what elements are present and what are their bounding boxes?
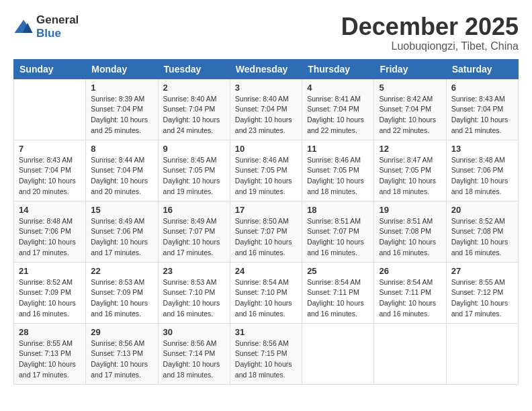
calendar-day-cell: 28Sunrise: 8:55 AMSunset: 7:13 PMDayligh… — [14, 323, 86, 384]
day-info: Sunrise: 8:56 AMSunset: 7:15 PMDaylight:… — [235, 338, 297, 381]
day-number: 30 — [163, 327, 225, 337]
calendar-day-cell: 15Sunrise: 8:49 AMSunset: 7:06 PMDayligh… — [86, 201, 158, 262]
day-number: 22 — [91, 266, 152, 276]
day-number: 6 — [451, 83, 513, 93]
day-info: Sunrise: 8:56 AMSunset: 7:14 PMDaylight:… — [163, 338, 225, 381]
calendar-week-row: 28Sunrise: 8:55 AMSunset: 7:13 PMDayligh… — [14, 323, 519, 384]
calendar-day-cell: 7Sunrise: 8:43 AMSunset: 7:04 PMDaylight… — [14, 140, 86, 201]
weekday-header: Monday — [86, 59, 158, 79]
calendar-header-row: SundayMondayTuesdayWednesdayThursdayFrid… — [14, 59, 519, 79]
title-section: December 2025 Luobuqiongzi, Tibet, China — [341, 13, 519, 52]
day-info: Sunrise: 8:50 AMSunset: 7:07 PMDaylight:… — [235, 216, 297, 259]
calendar-day-cell — [14, 79, 86, 140]
day-info: Sunrise: 8:42 AMSunset: 7:04 PMDaylight:… — [379, 94, 441, 136]
calendar-day-cell: 1Sunrise: 8:39 AMSunset: 7:04 PMDaylight… — [86, 79, 158, 140]
calendar-day-cell: 8Sunrise: 8:44 AMSunset: 7:04 PMDaylight… — [86, 140, 158, 201]
calendar-day-cell: 14Sunrise: 8:48 AMSunset: 7:06 PMDayligh… — [14, 201, 86, 262]
day-number: 7 — [19, 144, 81, 154]
calendar-day-cell: 6Sunrise: 8:43 AMSunset: 7:04 PMDaylight… — [446, 79, 518, 140]
weekday-header: Wednesday — [230, 59, 302, 79]
day-number: 23 — [163, 266, 225, 276]
day-number: 1 — [91, 83, 152, 93]
day-info: Sunrise: 8:54 AMSunset: 7:10 PMDaylight:… — [235, 277, 297, 320]
day-number: 9 — [163, 144, 225, 154]
calendar-day-cell: 23Sunrise: 8:53 AMSunset: 7:10 PMDayligh… — [158, 262, 230, 323]
day-info: Sunrise: 8:53 AMSunset: 7:10 PMDaylight:… — [163, 277, 225, 320]
day-number: 31 — [235, 327, 297, 337]
day-info: Sunrise: 8:44 AMSunset: 7:04 PMDaylight:… — [91, 155, 152, 197]
calendar-day-cell: 9Sunrise: 8:45 AMSunset: 7:05 PMDaylight… — [158, 140, 230, 201]
calendar-day-cell: 27Sunrise: 8:55 AMSunset: 7:12 PMDayligh… — [446, 262, 518, 323]
calendar-day-cell: 2Sunrise: 8:40 AMSunset: 7:04 PMDaylight… — [158, 79, 230, 140]
calendar-day-cell: 30Sunrise: 8:56 AMSunset: 7:14 PMDayligh… — [158, 323, 230, 384]
day-info: Sunrise: 8:46 AMSunset: 7:05 PMDaylight:… — [307, 155, 369, 197]
calendar-day-cell: 3Sunrise: 8:40 AMSunset: 7:04 PMDaylight… — [230, 79, 302, 140]
day-number: 27 — [451, 266, 513, 276]
day-info: Sunrise: 8:53 AMSunset: 7:09 PMDaylight:… — [91, 277, 152, 320]
logo-icon — [13, 19, 34, 35]
day-info: Sunrise: 8:51 AMSunset: 7:07 PMDaylight:… — [307, 216, 369, 259]
day-info: Sunrise: 8:46 AMSunset: 7:05 PMDaylight:… — [235, 155, 297, 197]
day-info: Sunrise: 8:49 AMSunset: 7:07 PMDaylight:… — [163, 216, 225, 259]
calendar-day-cell: 29Sunrise: 8:56 AMSunset: 7:13 PMDayligh… — [86, 323, 158, 384]
day-info: Sunrise: 8:51 AMSunset: 7:08 PMDaylight:… — [379, 216, 441, 259]
weekday-header: Thursday — [302, 59, 374, 79]
calendar-day-cell: 4Sunrise: 8:41 AMSunset: 7:04 PMDaylight… — [302, 79, 374, 140]
day-number: 12 — [379, 144, 441, 154]
day-number: 15 — [91, 205, 152, 215]
logo: General Blue — [13, 13, 79, 40]
subtitle: Luobuqiongzi, Tibet, China — [341, 40, 519, 52]
calendar-day-cell: 18Sunrise: 8:51 AMSunset: 7:07 PMDayligh… — [302, 201, 374, 262]
day-number: 8 — [91, 144, 152, 154]
calendar-day-cell: 10Sunrise: 8:46 AMSunset: 7:05 PMDayligh… — [230, 140, 302, 201]
day-info: Sunrise: 8:54 AMSunset: 7:11 PMDaylight:… — [307, 277, 369, 320]
day-number: 2 — [163, 83, 225, 93]
day-info: Sunrise: 8:56 AMSunset: 7:13 PMDaylight:… — [91, 338, 152, 381]
calendar-day-cell: 25Sunrise: 8:54 AMSunset: 7:11 PMDayligh… — [302, 262, 374, 323]
day-info: Sunrise: 8:48 AMSunset: 7:06 PMDaylight:… — [451, 155, 513, 197]
day-number: 14 — [19, 205, 81, 215]
day-number: 3 — [235, 83, 297, 93]
day-number: 29 — [91, 327, 152, 337]
calendar-week-row: 21Sunrise: 8:52 AMSunset: 7:09 PMDayligh… — [14, 262, 519, 323]
day-info: Sunrise: 8:55 AMSunset: 7:12 PMDaylight:… — [451, 277, 513, 320]
calendar-day-cell: 16Sunrise: 8:49 AMSunset: 7:07 PMDayligh… — [158, 201, 230, 262]
day-info: Sunrise: 8:43 AMSunset: 7:04 PMDaylight:… — [19, 155, 81, 197]
calendar-day-cell: 12Sunrise: 8:47 AMSunset: 7:05 PMDayligh… — [374, 140, 446, 201]
day-number: 5 — [379, 83, 441, 93]
day-info: Sunrise: 8:55 AMSunset: 7:13 PMDaylight:… — [19, 338, 81, 381]
calendar-day-cell: 21Sunrise: 8:52 AMSunset: 7:09 PMDayligh… — [14, 262, 86, 323]
calendar-day-cell: 22Sunrise: 8:53 AMSunset: 7:09 PMDayligh… — [86, 262, 158, 323]
calendar-day-cell — [302, 323, 374, 384]
day-info: Sunrise: 8:41 AMSunset: 7:04 PMDaylight:… — [307, 94, 369, 136]
calendar-day-cell — [374, 323, 446, 384]
day-number: 21 — [19, 266, 81, 276]
calendar-day-cell: 17Sunrise: 8:50 AMSunset: 7:07 PMDayligh… — [230, 201, 302, 262]
day-number: 24 — [235, 266, 297, 276]
weekday-header: Friday — [374, 59, 446, 79]
day-info: Sunrise: 8:43 AMSunset: 7:04 PMDaylight:… — [451, 94, 513, 136]
calendar-week-row: 1Sunrise: 8:39 AMSunset: 7:04 PMDaylight… — [14, 79, 519, 140]
calendar-day-cell: 24Sunrise: 8:54 AMSunset: 7:10 PMDayligh… — [230, 262, 302, 323]
day-number: 4 — [307, 83, 369, 93]
calendar-day-cell: 20Sunrise: 8:52 AMSunset: 7:08 PMDayligh… — [446, 201, 518, 262]
calendar: SundayMondayTuesdayWednesdayThursdayFrid… — [13, 59, 519, 385]
page-header: General Blue December 2025 Luobuqiongzi,… — [13, 13, 519, 52]
day-number: 10 — [235, 144, 297, 154]
day-number: 28 — [19, 327, 81, 337]
day-number: 26 — [379, 266, 441, 276]
day-info: Sunrise: 8:54 AMSunset: 7:11 PMDaylight:… — [379, 277, 441, 320]
day-info: Sunrise: 8:40 AMSunset: 7:04 PMDaylight:… — [163, 94, 225, 136]
day-info: Sunrise: 8:52 AMSunset: 7:08 PMDaylight:… — [451, 216, 513, 259]
weekday-header: Tuesday — [158, 59, 230, 79]
logo-general: General — [36, 13, 79, 26]
calendar-day-cell: 26Sunrise: 8:54 AMSunset: 7:11 PMDayligh… — [374, 262, 446, 323]
weekday-header: Saturday — [446, 59, 518, 79]
day-info: Sunrise: 8:47 AMSunset: 7:05 PMDaylight:… — [379, 155, 441, 197]
day-number: 25 — [307, 266, 369, 276]
day-number: 19 — [379, 205, 441, 215]
calendar-day-cell: 31Sunrise: 8:56 AMSunset: 7:15 PMDayligh… — [230, 323, 302, 384]
day-info: Sunrise: 8:49 AMSunset: 7:06 PMDaylight:… — [91, 216, 152, 259]
day-info: Sunrise: 8:48 AMSunset: 7:06 PMDaylight:… — [19, 216, 81, 259]
calendar-week-row: 7Sunrise: 8:43 AMSunset: 7:04 PMDaylight… — [14, 140, 519, 201]
